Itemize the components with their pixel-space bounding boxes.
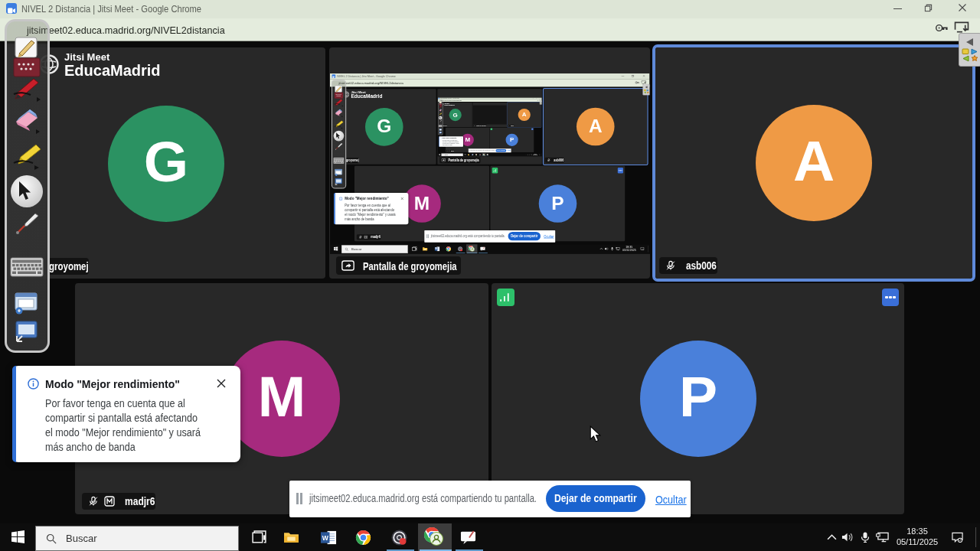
svg-text:W: W — [322, 534, 329, 542]
svg-text:W: W — [472, 155, 472, 155]
svg-text:W: W — [435, 247, 437, 250]
